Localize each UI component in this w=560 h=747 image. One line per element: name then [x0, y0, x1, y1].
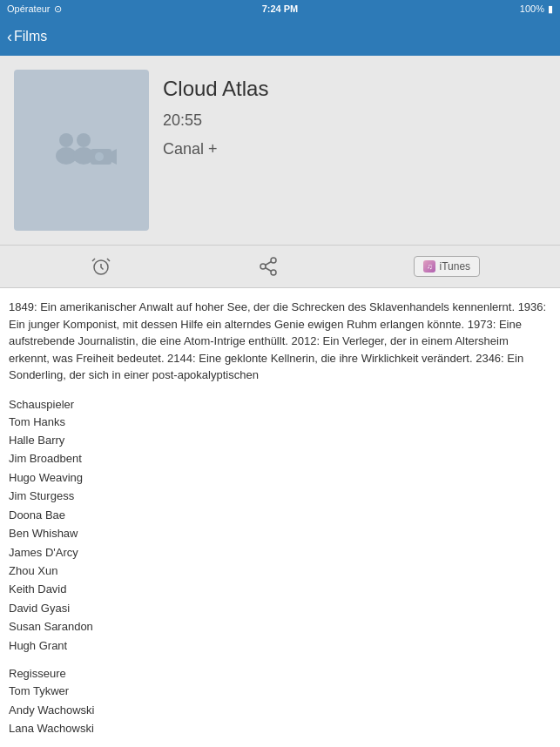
- cast-label: Schauspieler: [9, 398, 551, 411]
- status-bar-left: Opérateur ⊙: [7, 3, 62, 15]
- battery-label: 100%: [520, 3, 544, 14]
- svg-point-8: [271, 258, 276, 263]
- cast-item: Zhou Xun: [9, 562, 551, 580]
- movie-title: Cloud Atlas: [163, 77, 546, 101]
- cast-item: Ben Whishaw: [9, 524, 551, 542]
- cast-list: Tom HanksHalle BarryJim BroadbentHugo We…: [9, 413, 551, 656]
- back-label: Films: [14, 29, 47, 44]
- nav-bar: ‹ Films: [0, 17, 560, 56]
- itunes-button[interactable]: ♫ iTunes: [414, 256, 480, 277]
- svg-line-11: [265, 268, 271, 272]
- alarm-button[interactable]: [80, 251, 122, 282]
- cast-item: Keith David: [9, 580, 551, 598]
- svg-line-12: [265, 262, 271, 266]
- movie-channel: Canal +: [163, 140, 546, 158]
- content-area[interactable]: 1849: Ein amerikanischer Anwalt auf hohe…: [0, 288, 560, 747]
- cast-item: David Gyasi: [9, 599, 551, 617]
- director-item: Andy Wachowski: [9, 701, 551, 719]
- director-item: Lana Wachowski: [9, 719, 551, 737]
- cast-item: James D'Arcy: [9, 543, 551, 562]
- wifi-icon: ⊙: [54, 3, 62, 15]
- battery-icon: ▮: [548, 3, 553, 15]
- svg-marker-6: [111, 149, 117, 165]
- svg-point-2: [77, 133, 91, 147]
- cast-item: Susan Sarandon: [9, 617, 551, 636]
- status-bar-time: 7:24 PM: [262, 3, 299, 14]
- svg-point-5: [95, 152, 104, 161]
- toolbar: ♫ iTunes: [0, 245, 560, 288]
- movie-thumbnail: [14, 70, 149, 231]
- cast-item: Jim Broadbent: [9, 449, 551, 468]
- cast-item: Doona Bae: [9, 506, 551, 524]
- cast-item: Hugh Grant: [9, 636, 551, 655]
- chevron-left-icon: ‹: [7, 29, 12, 44]
- svg-point-0: [59, 133, 73, 147]
- hero-section: Cloud Atlas 20:55 Canal +: [0, 56, 560, 245]
- itunes-label: iTunes: [439, 260, 470, 273]
- svg-point-9: [260, 264, 266, 269]
- movie-info: Cloud Atlas 20:55 Canal +: [163, 70, 546, 231]
- carrier-label: Opérateur: [7, 3, 51, 14]
- cast-item: Halle Barry: [9, 431, 551, 449]
- cast-item: Hugo Weaving: [9, 468, 551, 487]
- camera-icon: [47, 124, 117, 177]
- share-button[interactable]: [247, 251, 289, 282]
- directors-section: Regisseure Tom TykwerAndy WachowskiLana …: [9, 667, 551, 737]
- directors-list: Tom TykwerAndy WachowskiLana Wachowski: [9, 682, 551, 737]
- cast-section: Schauspieler Tom HanksHalle BarryJim Bro…: [9, 398, 551, 656]
- svg-point-10: [271, 270, 276, 275]
- director-item: Tom Tykwer: [9, 682, 551, 700]
- alarm-icon: [91, 256, 111, 277]
- back-button[interactable]: ‹ Films: [7, 29, 47, 44]
- share-icon: [258, 256, 279, 277]
- cast-item: Tom Hanks: [9, 413, 551, 431]
- movie-time: 20:55: [163, 111, 546, 130]
- directors-label: Regisseure: [9, 667, 551, 680]
- itunes-logo-icon: ♫: [423, 260, 435, 273]
- movie-description: 1849: Ein amerikanischer Anwalt auf hohe…: [9, 299, 551, 384]
- status-bar-right: 100% ▮: [520, 3, 553, 15]
- status-bar: Opérateur ⊙ 7:24 PM 100% ▮: [0, 0, 560, 17]
- cast-item: Jim Sturgess: [9, 487, 551, 505]
